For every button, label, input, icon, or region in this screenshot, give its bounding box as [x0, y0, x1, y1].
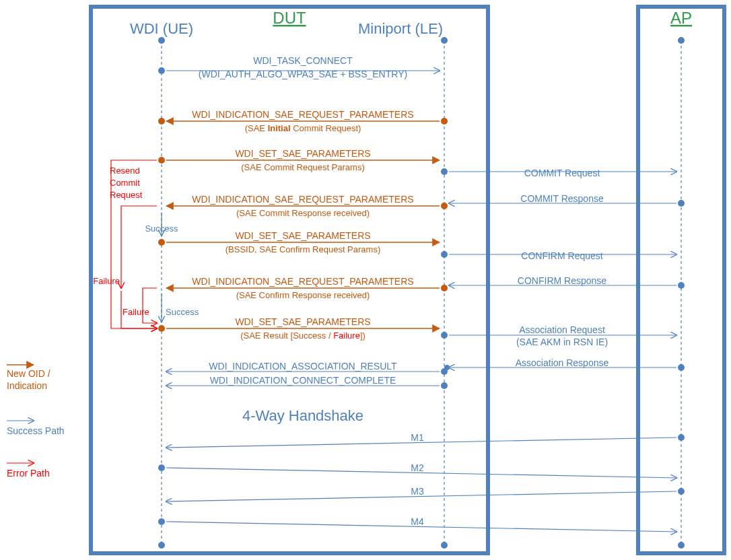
lbl-task-connect: WDI_TASK_CONNECT [253, 55, 353, 66]
handshake-title: 4-Way Handshake [242, 407, 363, 424]
svg-point-13 [158, 239, 165, 246]
svg-point-2 [678, 37, 685, 44]
dut-title: DUT [273, 9, 306, 27]
sae-sequence-diagram: DUT AP WDI (UE) Miniport (LE) WDI_TASK_C… [0, 0, 731, 560]
branch-failure-1 [121, 206, 157, 288]
svg-point-0 [158, 37, 165, 44]
lbl-set-1: WDI_SET_SAE_PARAMETERS [235, 148, 370, 159]
svg-point-25 [678, 488, 685, 495]
svg-point-26 [158, 518, 165, 525]
legend-new-oid-1: New OID / [7, 368, 50, 379]
lbl-ind-req-1-sub: (SAE Initial Commit Request) [245, 123, 361, 133]
lbl-set-2: WDI_SET_SAE_PARAMETERS [235, 230, 370, 241]
svg-point-11 [678, 200, 685, 207]
lbl-confirm-req: CONFIRM Request [521, 250, 602, 261]
svg-point-18 [441, 332, 448, 339]
svg-point-10 [441, 168, 448, 175]
svg-point-12 [441, 203, 448, 209]
miniport-lane-title: Miniport (LE) [358, 20, 443, 37]
svg-point-22 [441, 382, 448, 389]
svg-point-21 [441, 368, 448, 375]
lbl-m3: M3 [411, 486, 424, 497]
svg-point-14 [441, 251, 448, 258]
legend-error: Error Path [7, 468, 50, 479]
lbl-assoc-resp: Association Response [516, 357, 609, 368]
lbl-set-3: WDI_SET_SAE_PARAMETERS [235, 316, 370, 327]
lbl-resend3: Request [110, 190, 143, 200]
svg-point-16 [441, 285, 448, 291]
lbl-commit-resp: COMMIT Response [520, 193, 604, 204]
lbl-resend1: Resend [110, 166, 140, 176]
svg-point-9 [158, 157, 165, 164]
lbl-ind-req-2-sub: (SAE Commit Response received) [236, 208, 370, 218]
ap-title: AP [670, 9, 692, 27]
svg-point-23 [678, 434, 685, 441]
svg-point-5 [678, 542, 685, 549]
lbl-set-3-sub: (SAE Result [Success / Failure]) [240, 330, 366, 341]
lbl-assoc-req1: Association Request [519, 324, 605, 335]
svg-point-17 [158, 325, 165, 332]
lbl-m4: M4 [411, 516, 424, 527]
lbl-set-1-sub: (SAE Commit Request Params) [241, 162, 365, 172]
lbl-failure-1: Failure [93, 276, 120, 286]
svg-point-8 [158, 118, 165, 125]
svg-point-19 [678, 364, 685, 371]
lbl-ind-req-1: WDI_INDICATION_SAE_REQUEST_PARAMETERS [192, 109, 413, 120]
lbl-success-2: Success [166, 307, 199, 317]
lbl-task-connect-sub: (WDI_AUTH_ALGO_WPA3_SAE + BSS_ENTRY) [199, 69, 407, 79]
legend-new-oid-2: Indication [7, 380, 47, 391]
svg-point-4 [441, 542, 448, 549]
lbl-ind-req-2: WDI_INDICATION_SAE_REQUEST_PARAMETERS [192, 194, 413, 205]
svg-point-1 [441, 37, 448, 44]
svg-point-7 [441, 118, 448, 125]
lbl-assoc-result: WDI_INDICATION_ASSOCIATION_RESULT [209, 361, 397, 372]
lbl-assoc-req2: (SAE AKM in RSN IE) [516, 337, 608, 347]
svg-point-6 [158, 67, 165, 74]
lbl-set-2-sub: (BSSID, SAE Confirm Request Params) [225, 244, 380, 254]
lbl-confirm-resp: CONFIRM Response [518, 275, 606, 286]
wdi-lane-title: WDI (UE) [130, 20, 193, 37]
lbl-resend2: Commit [110, 178, 140, 188]
lbl-m1: M1 [411, 432, 424, 443]
svg-point-24 [158, 464, 165, 471]
lbl-ind-req-3: WDI_INDICATION_SAE_REQUEST_PARAMETERS [192, 276, 413, 287]
svg-point-3 [158, 542, 165, 549]
lbl-m2: M2 [411, 462, 424, 473]
lbl-ind-req-3-sub: (SAE Confirm Response received) [236, 290, 370, 300]
lbl-commit-req: COMMIT Request [524, 168, 600, 178]
legend-success: Success Path [7, 425, 65, 436]
lbl-failure-2: Failure [123, 307, 149, 317]
branch-failure-2 [143, 288, 157, 323]
svg-point-15 [678, 282, 685, 289]
lbl-connect-complete: WDI_INDICATION_CONNECT_COMPLETE [210, 375, 396, 386]
